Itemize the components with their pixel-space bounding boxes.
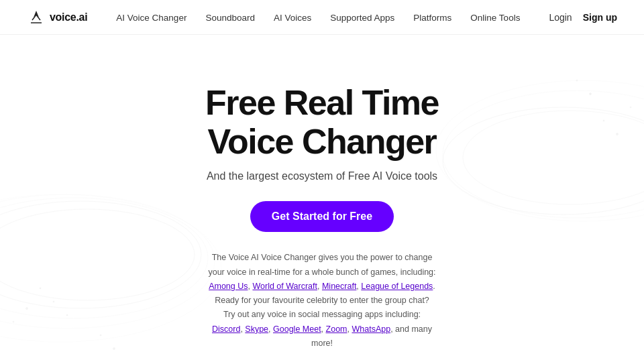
hero-section: Free Real Time Voice Changer And the lar…	[0, 35, 644, 351]
navbar: voice.ai AI Voice Changer Soundboard AI …	[0, 0, 644, 35]
logo-icon	[27, 8, 46, 27]
nav-ai-voice-changer[interactable]: AI Voice Changer	[116, 13, 186, 23]
logo-text: voice.ai	[50, 11, 87, 23]
link-wow[interactable]: World of Warcraft	[252, 282, 317, 291]
cta-button[interactable]: Get Started for Free	[250, 201, 394, 232]
nav-ai-voices[interactable]: AI Voices	[274, 13, 311, 23]
hero-description: The Voice AI Voice Changer gives you the…	[208, 251, 436, 351]
hero-title: Free Real Time Voice Changer	[205, 83, 439, 161]
link-minecraft[interactable]: Minecraft	[322, 282, 356, 291]
link-whatsapp[interactable]: WhatsApp	[352, 324, 390, 334]
nav-actions: Login Sign up	[549, 12, 617, 23]
link-lol[interactable]: League of Legends	[361, 282, 433, 291]
link-google-meet[interactable]: Google Meet	[273, 324, 321, 334]
hero-subtitle: And the largest ecosystem of Free AI Voi…	[207, 170, 437, 182]
link-zoom[interactable]: Zoom	[326, 324, 347, 334]
nav-online-tools[interactable]: Online Tools	[470, 13, 520, 23]
signup-button[interactable]: Sign up	[583, 12, 617, 23]
link-discord[interactable]: Discord	[212, 324, 240, 334]
link-skype[interactable]: Skype	[245, 324, 268, 334]
login-button[interactable]: Login	[549, 12, 572, 23]
logo[interactable]: voice.ai	[27, 8, 87, 27]
link-among-us[interactable]: Among Us	[209, 282, 248, 291]
nav-soundboard[interactable]: Soundboard	[205, 13, 255, 23]
hero-title-line1: Free Real Time	[205, 83, 439, 122]
nav-supported-apps[interactable]: Supported Apps	[330, 13, 394, 23]
hero-title-line2: Voice Changer	[208, 122, 437, 161]
nav-platforms[interactable]: Platforms	[413, 13, 451, 23]
nav-links: AI Voice Changer Soundboard AI Voices Su…	[116, 11, 520, 23]
